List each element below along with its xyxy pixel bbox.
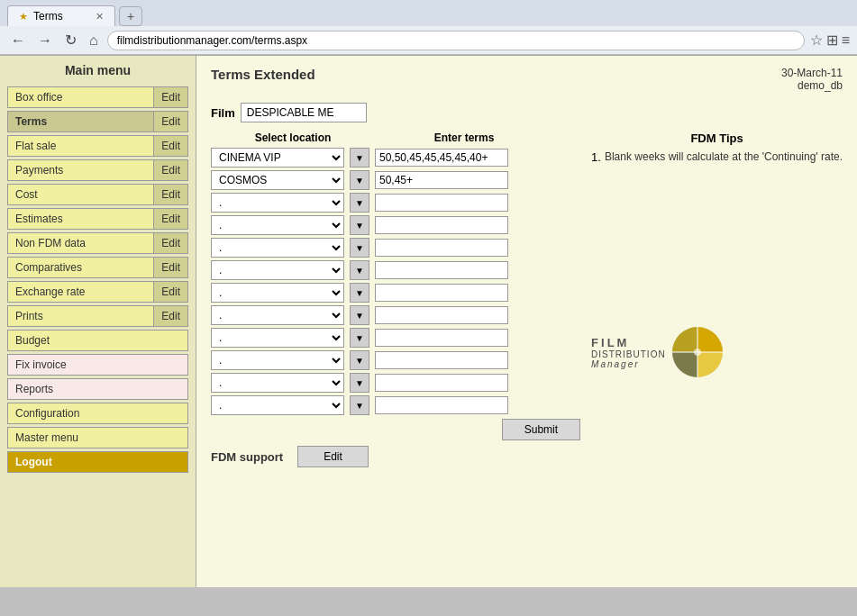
terms-input-8[interactable] [375,306,508,324]
fdm-logo: FILM DISTRIBUTION Manager [591,326,843,378]
bookmark-button[interactable]: ☆ [810,32,823,49]
sidebar-label-estimates[interactable]: Estimates [8,209,153,229]
location-select-11[interactable]: . [211,373,344,393]
sidebar-edit-flat-sale[interactable]: Edit [153,136,187,156]
new-tab-button[interactable]: + [119,6,142,26]
table-row: . ▼ [211,328,580,348]
sidebar-label-comparatives[interactable]: Comparatives [8,258,153,277]
logo-film: FILM [591,336,666,349]
dropdown-arrow-10[interactable]: ▼ [350,350,369,370]
fdm-tips-title: FDM Tips [591,131,843,145]
sidebar-item-logout[interactable]: Logout [7,451,188,473]
table-row: . ▼ [211,238,580,258]
table-row: . ▼ [211,260,580,280]
sidebar-edit-box-office[interactable]: Edit [153,87,187,107]
tab-close-icon[interactable]: ✕ [96,11,104,23]
sidebar-item-box-office: Box office Edit [7,86,188,108]
location-select-12[interactable]: . [211,395,344,415]
active-tab[interactable]: ★ Terms ✕ [7,5,115,26]
terms-input-11[interactable] [375,374,508,392]
forward-button[interactable]: → [34,31,56,50]
fdm-tips-panel: FDM Tips 1. Blank weeks will calculate a… [591,131,843,467]
location-select-7[interactable]: . [211,283,344,303]
terms-input-9[interactable] [375,329,508,347]
dropdown-arrow-3[interactable]: ▼ [350,193,369,213]
sidebar-edit-exchange-rate[interactable]: Edit [153,282,187,302]
sidebar-edit-prints[interactable]: Edit [153,306,187,326]
date-info: 30-March-11 demo_db [781,67,843,92]
sidebar-item-reports[interactable]: Reports [7,378,188,400]
location-select-1[interactable]: CINEMA VIP [211,148,344,168]
sidebar-item-non-fdm: Non FDM data Edit [7,232,188,254]
app-window: Main menu Box office Edit Terms Edit Fla… [0,56,857,587]
submit-button[interactable]: Submit [502,419,580,440]
terms-input-4[interactable] [375,216,508,234]
sidebar-item-master-menu[interactable]: Master menu [7,427,188,448]
dropdown-arrow-8[interactable]: ▼ [350,305,369,325]
dropdown-arrow-9[interactable]: ▼ [350,328,369,348]
location-select-10[interactable]: . [211,350,344,370]
sidebar-label-payments[interactable]: Payments [8,160,153,180]
terms-input-2[interactable] [375,171,508,189]
sidebar-edit-estimates[interactable]: Edit [153,209,187,229]
dropdown-arrow-1[interactable]: ▼ [350,148,369,168]
sidebar-label-cost[interactable]: Cost [8,185,153,204]
terms-input-5[interactable] [375,239,508,257]
terms-section: Select location Enter terms CINEMA VIP ▼… [211,131,843,467]
nav-actions: ☆ ⊞ ≡ [810,32,850,49]
terms-input-10[interactable] [375,351,508,369]
sidebar-item-comparatives: Comparatives Edit [7,257,188,278]
location-select-3[interactable]: . [211,193,344,213]
sidebar-edit-comparatives[interactable]: Edit [153,258,187,277]
terms-input-3[interactable] [375,194,508,212]
location-select-2[interactable]: COSMOS [211,170,344,190]
dropdown-arrow-4[interactable]: ▼ [350,215,369,235]
dropdown-arrow-7[interactable]: ▼ [350,283,369,303]
menu-button[interactable]: ≡ [842,32,850,49]
db-label: demo_db [781,79,843,92]
main-content: Terms Extended 30-March-11 demo_db Film … [196,56,857,587]
sidebar-item-budget[interactable]: Budget [7,330,188,351]
fdm-logo-icon [671,326,724,378]
fdm-tip-1: 1. Blank weeks will calculate at the 'Co… [591,150,843,164]
film-row: Film [211,103,843,122]
fdm-support-row: FDM support Edit [211,446,580,467]
dropdown-arrow-11[interactable]: ▼ [350,373,369,393]
submit-row: Submit [211,419,580,440]
terms-input-1[interactable] [375,149,508,167]
sidebar-edit-cost[interactable]: Edit [153,185,187,204]
location-select-8[interactable]: . [211,305,344,325]
fdm-support-edit-button[interactable]: Edit [297,446,369,467]
sidebar-label-prints[interactable]: Prints [8,306,153,326]
location-select-5[interactable]: . [211,238,344,258]
terms-input-6[interactable] [375,261,508,279]
sidebar-item-configuration[interactable]: Configuration [7,403,188,424]
terms-input-7[interactable] [375,284,508,302]
address-bar[interactable] [107,31,805,50]
back-button[interactable]: ← [7,31,29,50]
sidebar-edit-payments[interactable]: Edit [153,160,187,180]
grid-button[interactable]: ⊞ [826,32,838,49]
home-button[interactable]: ⌂ [86,31,102,50]
location-select-6[interactable]: . [211,260,344,280]
sidebar-label-terms[interactable]: Terms [8,112,153,131]
refresh-button[interactable]: ↻ [61,30,80,50]
sidebar-label-flat-sale[interactable]: Flat sale [8,136,153,156]
fdm-logo-area: FILM DISTRIBUTION Manager [591,326,843,378]
dropdown-arrow-12[interactable]: ▼ [350,395,369,415]
page-title: Terms Extended [211,67,315,82]
sidebar-label-non-fdm[interactable]: Non FDM data [8,233,153,253]
dropdown-arrow-5[interactable]: ▼ [350,238,369,258]
dropdown-arrow-2[interactable]: ▼ [350,170,369,190]
sidebar-label-box-office[interactable]: Box office [8,87,153,107]
sidebar-item-fix-invoice[interactable]: Fix invoice [7,354,188,376]
sidebar-item-prints: Prints Edit [7,305,188,327]
sidebar-label-exchange-rate[interactable]: Exchange rate [8,282,153,302]
location-select-9[interactable]: . [211,328,344,348]
dropdown-arrow-6[interactable]: ▼ [350,260,369,280]
location-select-4[interactable]: . [211,215,344,235]
sidebar-edit-terms[interactable]: Edit [153,112,187,131]
film-input[interactable] [241,103,367,122]
sidebar-edit-non-fdm[interactable]: Edit [153,233,187,253]
terms-input-12[interactable] [375,396,508,414]
